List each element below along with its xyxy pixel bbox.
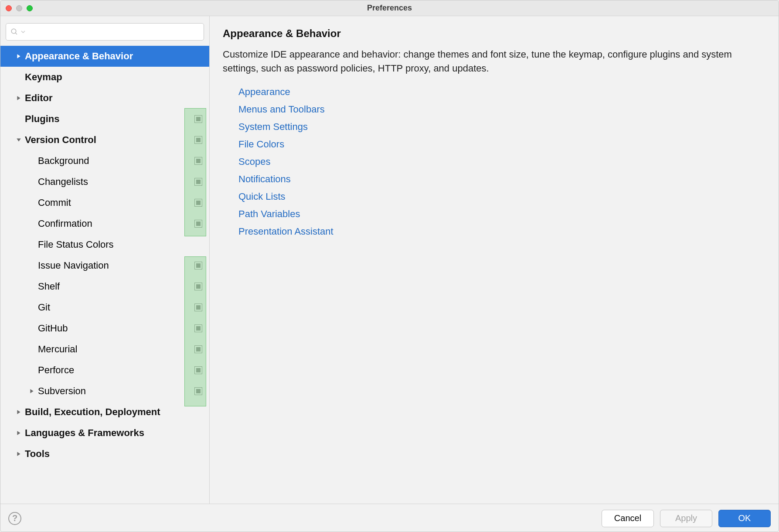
tree-node[interactable]: Background [0, 150, 209, 171]
tree-node[interactable]: Changelists [0, 171, 209, 192]
expand-arrow-icon [26, 389, 38, 394]
tree-node-label: Mercurial [38, 344, 194, 355]
tree-node[interactable]: Build, Execution, Deployment [0, 402, 209, 423]
tree-node[interactable]: Keymap [0, 67, 209, 88]
subpage-link[interactable]: Presentation Assistant [238, 223, 765, 240]
tree-node[interactable]: Perforce [0, 360, 209, 381]
tree-node-label: Background [38, 155, 194, 167]
ok-button[interactable]: OK [718, 510, 771, 527]
tree-node-label: File Status Colors [38, 239, 206, 250]
tree-node-label: Changelists [38, 176, 194, 188]
tree-node-label: Shelf [38, 281, 194, 292]
tree-node-label: Plugins [25, 113, 194, 125]
project-scope-icon [194, 157, 202, 165]
tree-node-label: Git [38, 302, 194, 313]
project-scope-icon [194, 115, 202, 123]
cancel-button[interactable]: Cancel [602, 510, 654, 527]
tree-node-label: Languages & Frameworks [25, 427, 206, 439]
page-description: Customize IDE appearance and behavior: c… [223, 48, 746, 75]
tree-node[interactable]: Appearance & Behavior [0, 46, 209, 67]
subpage-link[interactable]: System Settings [238, 118, 765, 136]
subpage-link[interactable]: File Colors [238, 136, 765, 153]
tree-node[interactable]: Languages & Frameworks [0, 423, 209, 443]
footer: ? Cancel Apply OK [0, 504, 779, 532]
svg-line-1 [15, 33, 17, 34]
expand-arrow-icon [13, 137, 25, 143]
project-scope-icon [194, 178, 202, 186]
tree-node-label: Issue Navigation [38, 260, 194, 271]
tree-node-label: Commit [38, 197, 194, 208]
tree-node-label: Version Control [25, 134, 194, 146]
tree-node[interactable]: Plugins [0, 109, 209, 130]
search-input-wrap[interactable] [6, 23, 204, 41]
project-scope-icon [194, 387, 202, 395]
project-scope-icon [194, 262, 202, 269]
tree-node[interactable]: Subversion [0, 381, 209, 402]
search-icon [10, 28, 18, 36]
tree-node[interactable]: Version Control [0, 130, 209, 150]
tree-node[interactable]: Confirmation [0, 213, 209, 234]
tree-node[interactable]: Git [0, 297, 209, 318]
subpage-link[interactable]: Menus and Toolbars [238, 101, 765, 118]
apply-button[interactable]: Apply [660, 510, 712, 527]
page-heading: Appearance & Behavior [223, 27, 765, 40]
project-scope-icon [194, 366, 202, 374]
tree-node-label: Tools [25, 448, 206, 460]
expand-arrow-icon [13, 409, 25, 415]
project-scope-icon [194, 220, 202, 228]
tree-node[interactable]: GitHub [0, 318, 209, 339]
tree-node-label: Confirmation [38, 218, 194, 229]
subpage-link[interactable]: Quick Lists [238, 188, 765, 205]
settings-tree: Appearance & BehaviorKeymapEditorPlugins… [0, 46, 209, 504]
project-scope-icon [194, 345, 202, 353]
expand-arrow-icon [13, 95, 25, 101]
expand-arrow-icon [13, 451, 25, 457]
tree-node[interactable]: Shelf [0, 276, 209, 297]
titlebar: Preferences [0, 0, 779, 16]
project-scope-icon [194, 136, 202, 144]
tree-node-label: Appearance & Behavior [25, 51, 206, 62]
subpage-link[interactable]: Notifications [238, 171, 765, 188]
tree-node-label: Keymap [25, 72, 206, 83]
tree-node-label: Perforce [38, 365, 194, 376]
subpage-link[interactable]: Appearance [238, 83, 765, 101]
expand-arrow-icon [13, 54, 25, 59]
subpage-link[interactable]: Scopes [238, 153, 765, 171]
window-title: Preferences [0, 3, 779, 13]
main-panel: Appearance & Behavior Customize IDE appe… [210, 16, 779, 504]
project-scope-icon [194, 324, 202, 332]
help-button[interactable]: ? [8, 512, 21, 525]
tree-node[interactable]: Editor [0, 88, 209, 109]
project-scope-icon [194, 283, 202, 290]
tree-node[interactable]: Tools [0, 443, 209, 464]
sidebar: Appearance & BehaviorKeymapEditorPlugins… [0, 16, 210, 504]
tree-node[interactable]: Issue Navigation [0, 255, 209, 276]
tree-node-label: Editor [25, 92, 206, 104]
project-scope-icon [194, 199, 202, 207]
dropdown-icon [21, 30, 25, 34]
tree-node[interactable]: Commit [0, 192, 209, 213]
svg-point-0 [11, 29, 16, 34]
tree-node-label: Subversion [38, 385, 194, 397]
search-input[interactable] [28, 27, 199, 37]
tree-node-label: Build, Execution, Deployment [25, 406, 206, 418]
tree-node[interactable]: Mercurial [0, 339, 209, 360]
project-scope-icon [194, 304, 202, 311]
subpage-links: AppearanceMenus and ToolbarsSystem Setti… [223, 83, 765, 240]
expand-arrow-icon [13, 430, 25, 436]
subpage-link[interactable]: Path Variables [238, 205, 765, 223]
tree-node[interactable]: File Status Colors [0, 234, 209, 255]
tree-node-label: GitHub [38, 323, 194, 334]
